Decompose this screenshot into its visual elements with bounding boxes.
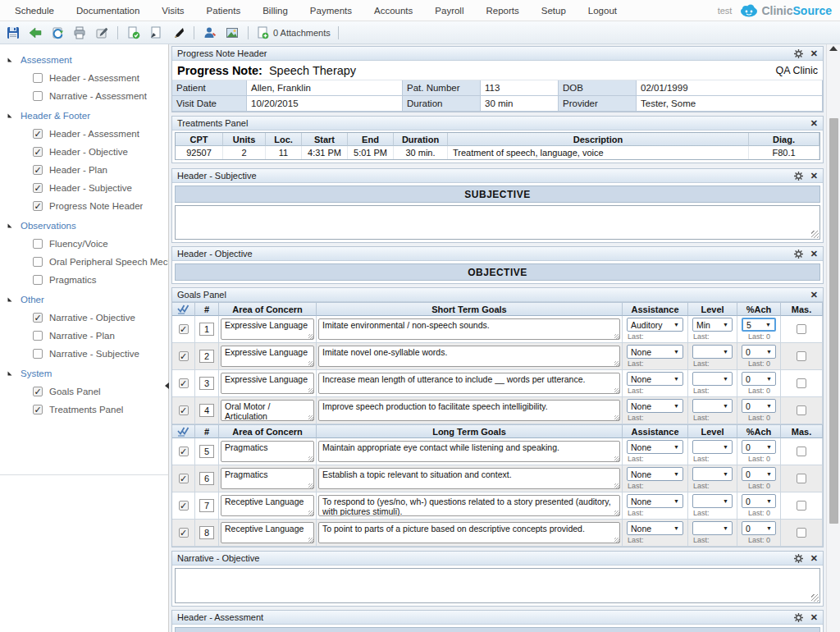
menu-item-payroll[interactable]: Payroll xyxy=(435,6,463,16)
tree-item-checkbox[interactable] xyxy=(33,239,43,249)
close-icon[interactable]: ✕ xyxy=(810,119,818,128)
select-all-icon[interactable] xyxy=(177,304,189,314)
gear-icon[interactable] xyxy=(794,554,803,563)
tree-item-checkbox[interactable]: ✓ xyxy=(33,201,43,211)
menu-item-schedule[interactable]: Schedule xyxy=(15,6,54,16)
area-of-concern-input[interactable]: Oral Motor / Articulation xyxy=(221,400,314,421)
tree-expand-icon[interactable] xyxy=(8,372,12,376)
sidebar-item-goals-panel[interactable]: ✓Goals Panel xyxy=(0,382,168,401)
goal-text-input[interactable]: Increase mean length of utterance to inc… xyxy=(318,373,620,394)
print-icon[interactable] xyxy=(71,25,88,41)
level-select[interactable]: ▼ xyxy=(692,345,733,359)
assistance-select[interactable]: None▼ xyxy=(627,440,683,454)
image-icon[interactable] xyxy=(224,25,240,41)
menu-item-billing[interactable]: Billing xyxy=(262,6,288,16)
menu-item-payments[interactable]: Payments xyxy=(310,6,352,16)
back-icon[interactable] xyxy=(27,25,43,41)
goal-include-checkbox[interactable]: ✓ xyxy=(179,501,189,511)
assistance-select[interactable]: None▼ xyxy=(627,345,683,359)
menu-item-patients[interactable]: Patients xyxy=(207,6,241,16)
sidebar-item-oral-peripheral-speech-mecha[interactable]: Oral Peripheral Speech Mecha xyxy=(0,253,168,271)
sidebar-item-header-plan[interactable]: ✓Header - Plan xyxy=(0,161,168,179)
gear-icon[interactable] xyxy=(794,49,803,58)
close-icon[interactable]: ✕ xyxy=(810,291,818,300)
sidebar-item-fluency-voice[interactable]: Fluency/Voice xyxy=(0,235,168,253)
tree-item-checkbox[interactable]: ✓ xyxy=(33,183,43,193)
close-icon[interactable]: ✕ xyxy=(810,250,818,259)
goal-number-input[interactable]: 6 xyxy=(199,472,214,485)
tree-item-checkbox[interactable] xyxy=(33,275,43,285)
level-select[interactable]: ▼ xyxy=(692,521,733,535)
close-icon[interactable]: ✕ xyxy=(810,172,818,181)
level-select[interactable]: ▼ xyxy=(692,399,733,413)
sidebar-item-narrative-assessment[interactable]: Narrative - Assessment xyxy=(0,87,168,105)
mastered-checkbox[interactable] xyxy=(797,351,806,361)
area-of-concern-input[interactable]: Pragmatics xyxy=(221,441,314,462)
goal-text-input[interactable]: To respond to (yes/no, wh-) questions re… xyxy=(318,495,620,516)
menu-item-setup[interactable]: Setup xyxy=(541,6,566,16)
mastered-checkbox[interactable] xyxy=(797,378,806,388)
document-export-icon[interactable] xyxy=(148,25,164,41)
tree-item-checkbox[interactable]: ✓ xyxy=(33,147,43,157)
goal-include-checkbox[interactable]: ✓ xyxy=(179,447,189,456)
tree-expand-icon[interactable] xyxy=(8,224,12,228)
sidebar-item-header-objective[interactable]: ✓Header - Objective xyxy=(0,143,168,161)
goal-include-checkbox[interactable]: ✓ xyxy=(179,324,189,334)
assistance-select[interactable]: None▼ xyxy=(627,521,683,535)
goal-number-input[interactable]: 7 xyxy=(199,499,214,512)
percent-achieved-select[interactable]: 0▼ xyxy=(742,440,776,454)
goal-number-input[interactable]: 1 xyxy=(199,323,214,336)
level-select[interactable]: Min▼ xyxy=(692,318,733,332)
percent-achieved-select[interactable]: 0▼ xyxy=(742,399,776,413)
tree-section-header[interactable]: Observations xyxy=(0,217,168,235)
tree-item-checkbox[interactable]: ✓ xyxy=(33,313,43,323)
goal-include-checkbox[interactable]: ✓ xyxy=(179,528,189,538)
mastered-checkbox[interactable] xyxy=(797,405,806,415)
sidebar-item-header-subjective[interactable]: ✓Header - Subjective xyxy=(0,179,168,197)
subjective-textarea[interactable] xyxy=(175,205,820,240)
sidebar-item-progress-note-header[interactable]: ✓Progress Note Header xyxy=(0,197,168,215)
percent-achieved-select[interactable]: 0▼ xyxy=(742,494,776,508)
tree-item-checkbox[interactable] xyxy=(33,331,43,341)
percent-achieved-select[interactable]: 0▼ xyxy=(742,521,776,535)
save-icon[interactable] xyxy=(5,25,21,41)
refresh-icon[interactable] xyxy=(49,25,66,41)
mastered-checkbox[interactable] xyxy=(797,501,806,511)
tree-item-checkbox[interactable] xyxy=(33,349,43,359)
goal-number-input[interactable]: 8 xyxy=(199,526,214,539)
goal-number-input[interactable]: 5 xyxy=(199,445,214,458)
close-icon[interactable]: ✕ xyxy=(810,49,818,58)
goal-text-input[interactable]: Imitate novel one-syllable words. xyxy=(318,346,620,367)
assistance-select[interactable]: Auditory▼ xyxy=(627,318,683,332)
tree-expand-icon[interactable] xyxy=(8,58,12,62)
tree-item-checkbox[interactable] xyxy=(33,73,43,83)
sidebar-item-header-assessment[interactable]: Header - Assessment xyxy=(0,69,168,87)
close-icon[interactable]: ✕ xyxy=(810,613,818,622)
goal-include-checkbox[interactable]: ✓ xyxy=(179,405,189,415)
mastered-checkbox[interactable] xyxy=(797,447,806,456)
goal-number-input[interactable]: 3 xyxy=(199,377,214,390)
goal-number-input[interactable]: 2 xyxy=(199,350,214,363)
scrollbar-thumb[interactable] xyxy=(829,118,838,524)
gear-icon[interactable] xyxy=(794,172,803,181)
percent-achieved-select[interactable]: 0▼ xyxy=(742,372,776,386)
tree-item-checkbox[interactable]: ✓ xyxy=(33,129,43,139)
assistance-select[interactable]: None▼ xyxy=(627,372,683,386)
goal-include-checkbox[interactable]: ✓ xyxy=(179,474,189,483)
level-select[interactable]: ▼ xyxy=(692,372,733,386)
splitter-collapse-icon[interactable] xyxy=(165,382,169,389)
area-of-concern-input[interactable]: Expressive Language xyxy=(221,318,314,340)
assistance-select[interactable]: None▼ xyxy=(627,399,683,413)
sidebar-item-narrative-plan[interactable]: Narrative - Plan xyxy=(0,327,168,345)
narrative-objective-textarea[interactable] xyxy=(175,568,820,603)
goal-include-checkbox[interactable]: ✓ xyxy=(179,351,189,361)
scroll-up-icon[interactable] xyxy=(829,46,838,51)
tree-section-header[interactable]: System xyxy=(0,364,168,382)
tree-expand-icon[interactable] xyxy=(8,298,12,302)
level-select[interactable]: ▼ xyxy=(692,467,733,481)
goal-text-input[interactable]: Improve speech production to facilitate … xyxy=(318,400,620,421)
gear-icon[interactable] xyxy=(794,250,803,259)
mastered-checkbox[interactable] xyxy=(797,324,806,334)
percent-achieved-select[interactable]: 0▼ xyxy=(742,345,776,359)
menu-item-accounts[interactable]: Accounts xyxy=(374,6,413,16)
